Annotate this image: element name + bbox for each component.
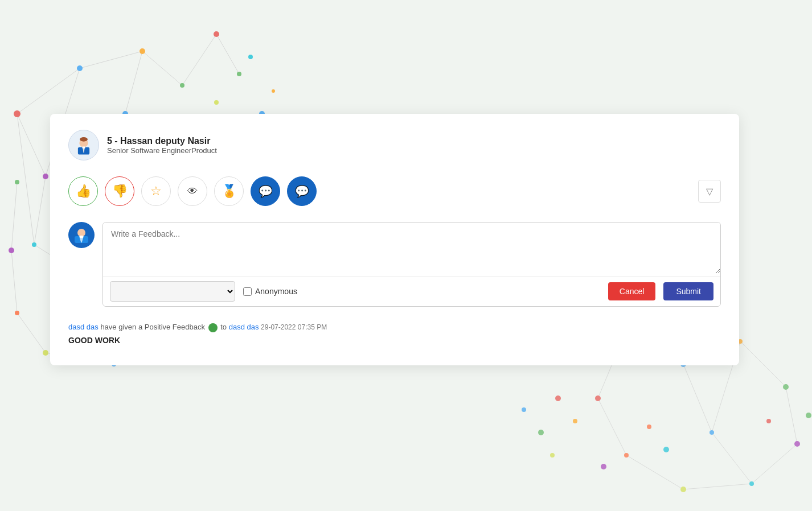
chat1-button[interactable]: 💬	[251, 176, 280, 206]
svg-point-73	[806, 413, 811, 418]
thumbs-up-icon: 👍	[76, 184, 91, 199]
chat1-icon: 💬	[259, 184, 273, 198]
feedback-message: GOOD WORK	[68, 336, 721, 345]
svg-point-66	[538, 430, 544, 435]
feedback-avatar-icon	[72, 226, 91, 244]
profile-role: Senior Software EngineerProduct	[107, 146, 217, 155]
feedback-row: Anonymous Cancel Submit	[68, 222, 721, 307]
svg-point-38	[214, 100, 219, 105]
svg-point-68	[550, 453, 555, 458]
svg-line-52	[712, 432, 752, 484]
svg-line-11	[11, 250, 17, 313]
svg-point-77	[80, 137, 88, 142]
svg-point-20	[14, 110, 20, 117]
svg-point-33	[15, 180, 19, 184]
main-card: 5 - Hassan deputy Nasir Senior Software …	[50, 114, 739, 365]
svg-point-24	[43, 174, 48, 179]
svg-point-59	[749, 481, 754, 486]
feedback-recipient-link[interactable]: dasd das	[229, 323, 259, 331]
badge-icon: 🏅	[222, 184, 237, 199]
profile-row: 5 - Hassan deputy Nasir Senior Software …	[68, 130, 721, 160]
svg-line-48	[626, 455, 683, 489]
svg-line-12	[11, 182, 17, 250]
svg-line-44	[740, 341, 786, 387]
svg-point-67	[522, 407, 526, 412]
svg-rect-82	[80, 236, 83, 238]
svg-line-19	[216, 34, 239, 74]
feedback-form: Anonymous Cancel Submit	[102, 222, 721, 307]
anonymous-checkbox[interactable]	[243, 287, 252, 296]
star-icon: ☆	[150, 184, 162, 199]
positive-feedback-icon	[208, 323, 218, 332]
actions-row: 👍 👎 ☆ 👁 🏅 💬 💬 ▽	[68, 176, 721, 206]
svg-point-32	[9, 248, 14, 253]
svg-point-41	[272, 89, 275, 93]
anonymous-text: Anonymous	[255, 287, 297, 296]
svg-line-15	[125, 51, 142, 114]
feedback-footer: Anonymous Cancel Submit	[103, 276, 720, 306]
svg-line-47	[683, 484, 752, 489]
badge-button[interactable]: 🏅	[214, 176, 244, 206]
svg-line-51	[683, 364, 712, 432]
profile-name: 5 - Hassan deputy Nasir	[107, 136, 217, 146]
svg-point-25	[32, 242, 36, 247]
svg-line-46	[752, 444, 797, 484]
svg-point-71	[663, 447, 669, 452]
svg-point-64	[555, 395, 561, 401]
svg-point-69	[601, 464, 606, 469]
svg-rect-78	[82, 147, 85, 149]
svg-point-30	[43, 350, 48, 356]
svg-line-0	[17, 68, 80, 114]
feedback-avatar	[68, 222, 95, 248]
chat2-icon: 💬	[295, 184, 309, 198]
feedback-author-link[interactable]: dasd das	[68, 323, 99, 331]
svg-point-22	[140, 48, 145, 54]
eye-icon: 👁	[187, 186, 198, 197]
feedback-entry: dasd das have given a Positive Feedback …	[68, 323, 721, 345]
avatar	[68, 130, 99, 160]
svg-point-31	[15, 311, 19, 315]
eye-button[interactable]: 👁	[178, 176, 207, 206]
svg-line-10	[17, 313, 46, 353]
svg-point-81	[77, 229, 85, 237]
svg-point-58	[794, 441, 800, 447]
svg-line-1	[80, 51, 142, 68]
feedback-to-text: to	[220, 323, 228, 331]
thumbs-up-button[interactable]: 👍	[68, 176, 98, 206]
filter-button[interactable]: ▽	[698, 180, 721, 203]
star-button[interactable]: ☆	[141, 176, 171, 206]
feedback-action-text: have given a Positive Feedback	[100, 323, 205, 331]
svg-point-72	[766, 419, 771, 423]
svg-line-45	[786, 387, 797, 444]
svg-point-57	[783, 384, 789, 390]
svg-point-62	[595, 395, 601, 401]
svg-line-49	[598, 398, 626, 455]
svg-point-21	[77, 65, 83, 71]
svg-point-37	[237, 72, 241, 76]
feedback-timestamp: 29-07-2022 07:35 PM	[261, 323, 327, 331]
profile-info: 5 - Hassan deputy Nasir Senior Software …	[107, 136, 217, 155]
cancel-button[interactable]: Cancel	[608, 282, 656, 300]
svg-point-65	[573, 419, 577, 423]
svg-line-13	[17, 114, 34, 245]
feedback-textarea[interactable]	[103, 222, 720, 274]
chat2-button[interactable]: 💬	[287, 176, 317, 206]
filter-icon: ▽	[706, 186, 713, 197]
avatar-svg	[73, 134, 95, 156]
svg-point-61	[624, 453, 629, 458]
feedback-meta: dasd das have given a Positive Feedback …	[68, 323, 721, 332]
svg-point-36	[214, 31, 219, 37]
svg-point-23	[180, 83, 184, 88]
svg-line-2	[142, 51, 182, 85]
anonymous-label[interactable]: Anonymous	[243, 287, 297, 296]
thumbs-down-button[interactable]: 👎	[105, 176, 134, 206]
svg-point-63	[710, 430, 714, 435]
svg-point-70	[647, 425, 651, 429]
submit-button[interactable]: Submit	[663, 282, 713, 300]
svg-line-4	[34, 176, 46, 245]
svg-point-60	[680, 487, 686, 492]
svg-point-39	[248, 55, 253, 59]
thumbs-down-icon: 👎	[112, 184, 128, 199]
svg-line-18	[182, 34, 216, 85]
feedback-type-select[interactable]	[110, 281, 235, 302]
